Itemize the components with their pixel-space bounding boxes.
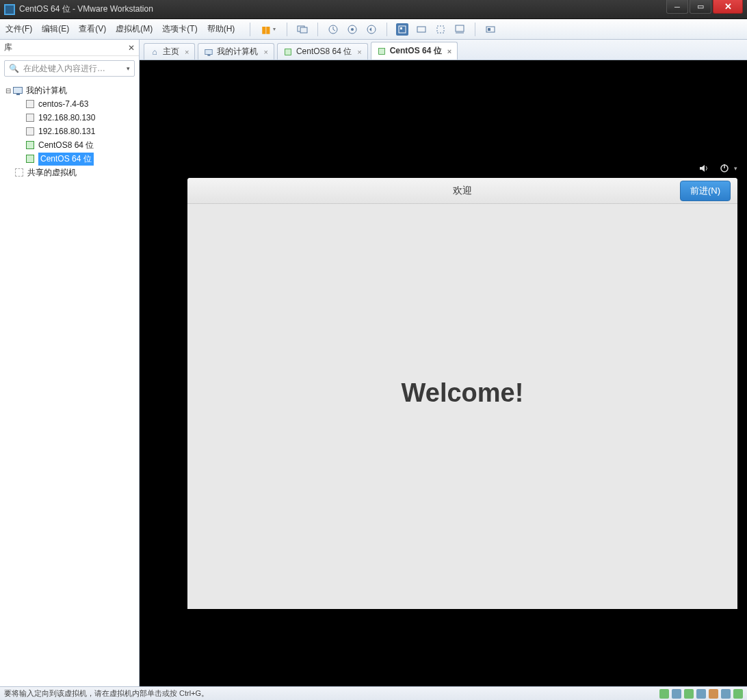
- minimize-button[interactable]: ─: [666, 0, 688, 14]
- tree-vm-item[interactable]: 192.168.80.130: [4, 111, 135, 125]
- tab-close-icon[interactable]: ×: [447, 47, 451, 55]
- tab-label: CentOS 64 位: [390, 45, 442, 57]
- window-title: CentOS 64 位 - VMware Workstation: [19, 3, 666, 15]
- search-row: 🔍 在此处键入内容进行… ▾: [0, 56, 139, 81]
- tab-centos-active[interactable]: CentOS 64 位 ×: [371, 42, 458, 60]
- menu-file[interactable]: 文件(F): [5, 23, 32, 35]
- library-label: 库: [4, 42, 128, 53]
- menu-view[interactable]: 查看(V): [79, 23, 106, 35]
- power-dropdown-icon[interactable]: ▾: [734, 165, 737, 172]
- snapshot-manage-icon[interactable]: [346, 23, 358, 36]
- tab-close-icon[interactable]: ×: [185, 48, 189, 56]
- console-view-icon[interactable]: [454, 23, 466, 36]
- tab-close-icon[interactable]: ×: [263, 48, 267, 56]
- monitor-icon: [204, 47, 213, 57]
- vm-tree: ⊟ 我的计算机 centos-7.4-63 192.168.80.130 192…: [0, 81, 139, 182]
- search-placeholder: 在此处键入内容进行…: [23, 63, 105, 75]
- toolbar-separator: [250, 23, 250, 36]
- tab-label: CentOS8 64 位: [296, 46, 352, 57]
- tab-my-computer[interactable]: 我的计算机 ×: [198, 43, 274, 60]
- tree-root-my-computer[interactable]: ⊟ 我的计算机: [4, 83, 135, 97]
- send-keys-icon[interactable]: [296, 23, 309, 36]
- vm-icon: [25, 99, 36, 109]
- tray-device-icon[interactable]: [733, 689, 743, 699]
- tab-label: 主页: [163, 46, 179, 57]
- tree-label: 192.168.80.130: [38, 113, 95, 122]
- svg-rect-1: [300, 27, 307, 33]
- svg-rect-9: [437, 26, 444, 33]
- tree-vm-item[interactable]: CentOS8 64 位: [4, 138, 135, 152]
- tab-close-icon[interactable]: ×: [357, 48, 361, 56]
- tray-device-icon[interactable]: [672, 689, 681, 699]
- menu-tabs[interactable]: 选项卡(T): [162, 23, 197, 35]
- tab-centos8[interactable]: CentOS8 64 位 ×: [277, 43, 368, 60]
- tab-label: 我的计算机: [217, 46, 258, 57]
- search-icon: 🔍: [9, 64, 19, 73]
- status-bar: 要将输入定向到该虚拟机，请在虚拟机内部单击或按 Ctrl+G。: [0, 686, 747, 700]
- tree-vm-item-selected[interactable]: CentOS 64 位: [4, 152, 135, 166]
- toolbar-separator: [287, 23, 287, 36]
- vm-icon: [283, 47, 293, 57]
- sidebar-close-icon[interactable]: ✕: [128, 43, 135, 53]
- tree-label: 共享的虚拟机: [27, 167, 77, 179]
- vm-icon: [25, 154, 36, 164]
- tree-label: 我的计算机: [26, 85, 67, 96]
- maximize-button[interactable]: ▭: [690, 0, 711, 14]
- search-input[interactable]: 🔍 在此处键入内容进行… ▾: [4, 60, 135, 77]
- tree-shared-vms[interactable]: 共享的虚拟机: [4, 166, 135, 179]
- close-button[interactable]: ✕: [713, 0, 743, 14]
- main-area: 库 ✕ 🔍 在此处键入内容进行… ▾ ⊟ 我的计算机 centos-7.4-63: [0, 40, 747, 686]
- shared-icon: [14, 168, 25, 177]
- menu-edit[interactable]: 编辑(E): [42, 23, 69, 35]
- welcome-dialog: 欢迎 前进(N) Welcome!: [187, 178, 737, 609]
- snapshot-icon[interactable]: [327, 23, 339, 36]
- tray-device-icon[interactable]: [659, 689, 669, 699]
- svg-rect-8: [417, 27, 425, 32]
- tray-device-icon[interactable]: [709, 689, 718, 699]
- tray-device-icon[interactable]: [721, 689, 731, 699]
- vm-icon: [25, 127, 36, 136]
- tab-home[interactable]: ⌂ 主页 ×: [144, 43, 195, 60]
- stretch-icon[interactable]: [434, 23, 447, 36]
- home-icon: ⌂: [150, 47, 159, 57]
- vm-icon: [377, 47, 386, 56]
- tab-strip: ⌂ 主页 × 我的计算机 × CentOS8 64 位 × CentOS 64 …: [140, 40, 747, 60]
- collapse-icon[interactable]: ⊟: [4, 87, 12, 94]
- sidebar-header: 库 ✕: [0, 40, 139, 56]
- search-dropdown-icon[interactable]: ▾: [127, 65, 130, 72]
- app-icon: [4, 4, 15, 15]
- window-titlebar: CentOS 64 位 - VMware Workstation ─ ▭ ✕: [0, 0, 747, 19]
- pause-dropdown-icon[interactable]: ▾: [273, 26, 276, 32]
- fullscreen-icon[interactable]: [396, 23, 408, 36]
- toolbar-separator: [317, 23, 318, 36]
- tree-label: CentOS 64 位: [38, 153, 94, 166]
- monitor-icon: [12, 86, 23, 95]
- tree-vm-item[interactable]: 192.168.80.131: [4, 125, 135, 138]
- content-area: ⌂ 主页 × 我的计算机 × CentOS8 64 位 × CentOS 64 …: [140, 40, 747, 686]
- dialog-header: 欢迎 前进(N): [187, 178, 737, 204]
- power-icon[interactable]: [719, 163, 730, 174]
- unity-icon[interactable]: [415, 23, 428, 36]
- library-sidebar: 库 ✕ 🔍 在此处键入内容进行… ▾ ⊟ 我的计算机 centos-7.4-63: [0, 40, 140, 686]
- pause-icon[interactable]: ▮▮: [259, 23, 272, 36]
- window-controls: ─ ▭ ✕: [666, 0, 747, 18]
- snapshot-revert-icon[interactable]: [365, 23, 378, 36]
- tray-device-icon[interactable]: [684, 689, 694, 699]
- vm-icon: [25, 113, 36, 122]
- sound-icon[interactable]: [698, 163, 709, 174]
- status-text: 要将输入定向到该虚拟机，请在虚拟机内部单击或按 Ctrl+G。: [4, 688, 659, 699]
- next-button[interactable]: 前进(N): [680, 181, 731, 201]
- status-tray: [659, 689, 743, 699]
- guest-system-tray: ▾: [698, 163, 737, 174]
- tray-device-icon[interactable]: [696, 689, 706, 699]
- tree-label: centos-7.4-63: [38, 99, 88, 109]
- svg-rect-12: [488, 28, 490, 31]
- menu-vm[interactable]: 虚拟机(M): [116, 23, 153, 35]
- tree-label: 192.168.80.131: [38, 127, 95, 136]
- cycle-icon[interactable]: [484, 23, 497, 36]
- vm-console[interactable]: ▾ 欢迎 前进(N) Welcome!: [140, 60, 747, 686]
- menu-help[interactable]: 帮助(H): [207, 23, 235, 35]
- tree-vm-item[interactable]: centos-7.4-63: [4, 97, 135, 111]
- menubar: 文件(F) 编辑(E) 查看(V) 虚拟机(M) 选项卡(T) 帮助(H) ▮▮…: [0, 19, 747, 40]
- tree-label: CentOS8 64 位: [38, 140, 94, 151]
